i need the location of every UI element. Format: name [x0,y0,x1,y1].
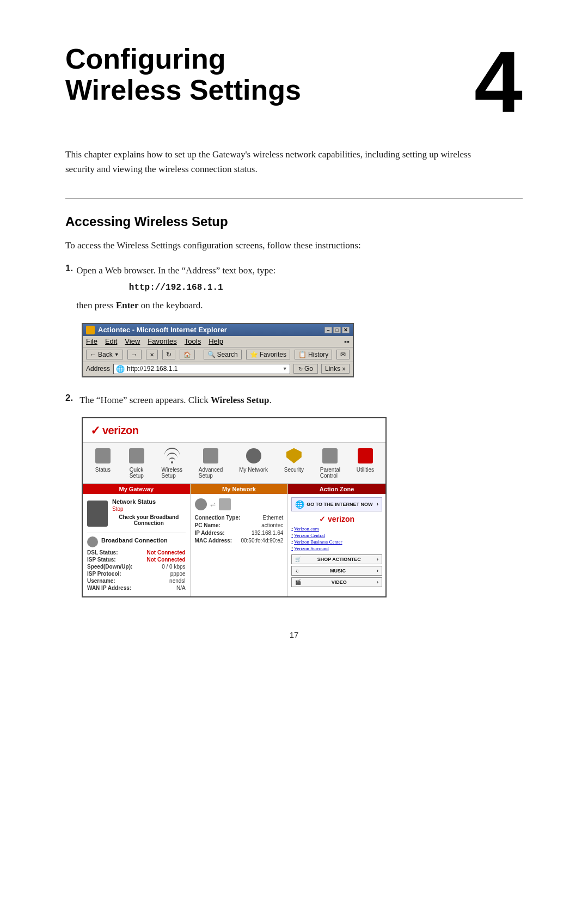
menu-edit[interactable]: Edit [105,337,117,346]
search-button[interactable]: 🔍 Search [204,350,242,359]
menu-favorites[interactable]: Favorites [148,337,176,346]
speed-val: 0 / 0 kbps [162,564,185,570]
nav-quick-setup[interactable]: QuickSetup [128,447,145,479]
section1-heading: Accessing Wireless Setup [65,214,523,229]
speed-label: Speed(Down/Up): [87,564,132,570]
refresh-button[interactable] [162,350,175,359]
step-1-text-after2: on the keyboard. [138,300,203,310]
address-url: http://192.168.1.1 [127,365,177,373]
vz-link-surround-label: Verizon Surround [294,546,329,551]
vz-link-business[interactable]: • Verizon Business Center [291,539,382,545]
broadband-icon [87,536,98,547]
back-arrow-icon [90,351,96,358]
vz-link-surround[interactable]: • Verizon Surround [291,546,382,551]
browser-menubar: File Edit View Favorites Tools Help ▪▪ [83,336,353,347]
isp-status-label: ISP Status: [87,557,116,563]
conn-type-label: Connection Type: [195,515,241,521]
chapter-header: Configuring Wireless Settings 4 [65,44,523,125]
nav-security-label: Security [284,467,304,473]
my-network-nav-icon [245,447,262,465]
back-button[interactable]: Back ▼ [86,350,123,359]
video-button[interactable]: 🎬 VIDEO › [291,577,382,587]
step-1-text-before: Open a Web browser. In the “Address” tex… [76,265,275,276]
address-label: Address [86,365,110,373]
dsl-status-label: DSL Status: [87,550,118,556]
nav-advanced[interactable]: AdvancedSetup [199,447,223,479]
security-nav-icon [285,447,303,465]
page-number: 17 [290,630,299,639]
shop-actiontec-button[interactable]: 🛒 SHOP ACTIONTEC › [291,554,382,564]
vz-link-verizon[interactable]: • Verizon.com [291,526,382,532]
music-button[interactable]: ♫ MUSIC › [291,566,382,576]
network-status-title: Network Status [112,498,186,505]
parental-nav-icon [321,447,339,465]
links-button[interactable]: Links » [321,364,350,374]
close-button[interactable]: ✕ [342,327,350,333]
username-label: Username: [87,578,115,584]
pc-name-val: actiontec [261,522,283,528]
vz-brand-text: verizon [102,424,139,437]
step-1-bold-enter: Enter [116,300,139,310]
forward-arrow-icon [131,351,138,358]
browser-app-icon [86,326,95,334]
step-2-number: 2. [65,393,73,404]
browser-title: Actiontec - Microsoft Internet Explorer [98,326,227,334]
broadband-section: Broadband Connection DSL Status: Not Con… [87,533,186,591]
mail-button[interactable]: ✉ [336,350,350,359]
gateway-content: My Gateway Network Status Stop Check you… [83,484,385,596]
nav-my-network-label: My Network [239,467,268,473]
browser-addressbar: Address 🌐 http://192.168.1.1 ▼ ↻ Go Link… [83,362,353,376]
vz-link-central[interactable]: • Verizon Central [291,533,382,538]
forward-button[interactable] [127,350,142,359]
ip-addr-label: IP Address: [195,530,225,536]
shop-btn-label: SHOP ACTIONTEC [317,557,361,562]
nav-advanced-label: AdvancedSetup [199,467,223,479]
vz-link-label: Verizon.com [294,526,319,532]
music-btn-label: MUSIC [330,568,346,574]
browser-window-controls[interactable]: – □ ✕ [324,327,350,333]
menu-view[interactable]: View [125,337,140,346]
nav-my-network[interactable]: My Network [239,447,268,479]
video-icon: 🎬 [295,579,301,585]
step-2-bold-wireless: Wireless Setup [211,395,270,405]
internet-now-button[interactable]: 🌐 GO TO THE INTERNET NOW › [291,497,382,511]
home-button[interactable] [180,350,195,359]
menu-help[interactable]: Help [209,337,223,346]
nav-utilities[interactable]: Utilities [357,447,374,479]
minimize-button[interactable]: – [324,327,332,333]
wan-ip-label: WAN IP Address: [87,585,131,591]
action-zone-header: Action Zone [288,484,385,494]
pc-name-label: PC Name: [195,522,220,528]
favorites-button[interactable]: ⭐ Favorites [246,350,290,359]
chapter-title-line2: Wireless Settings [65,74,301,106]
history-button[interactable]: 📋 History [295,350,332,359]
nav-status-label: Status [95,467,111,473]
menu-file[interactable]: File [86,337,97,346]
stop-icon [150,351,154,358]
nav-parental-label: ParentalControl [320,467,340,479]
nav-wireless-setup[interactable]: WirelessSetup [162,447,182,479]
isp-protocol-val: pppoe [170,571,186,577]
nav-quick-setup-label: QuickSetup [130,467,144,479]
step-2-content: The “Home” screen appears. Click Wireles… [79,393,272,407]
menu-tools[interactable]: Tools [185,337,201,346]
isp-status-val: Not Connected [146,557,185,563]
broadband-title: Broadband Connection [101,537,168,544]
maximize-button[interactable]: □ [333,327,341,333]
nav-status[interactable]: Status [94,447,112,479]
go-button[interactable]: ↻ Go [293,364,318,374]
browser-titlebar: Actiontec - Microsoft Internet Explorer … [83,324,353,336]
stop-button[interactable] [146,350,158,359]
my-network-section: My Network ⇌ Connection Type: Ethernet P… [191,484,289,596]
music-icon: ♫ [295,568,299,574]
mac-addr-label: MAC Address: [195,538,232,544]
address-input[interactable]: 🌐 http://192.168.1.1 ▼ [113,364,290,374]
status-nav-icon [94,447,112,465]
cart-icon: 🛒 [295,557,301,562]
nav-parental[interactable]: ParentalControl [320,447,340,479]
chapter-number: 4 [474,38,523,125]
username-val: nendsl [169,578,185,584]
vz-link-business-label: Verizon Business Center [294,539,342,545]
refresh-icon [166,351,171,358]
nav-security[interactable]: Security [284,447,304,479]
